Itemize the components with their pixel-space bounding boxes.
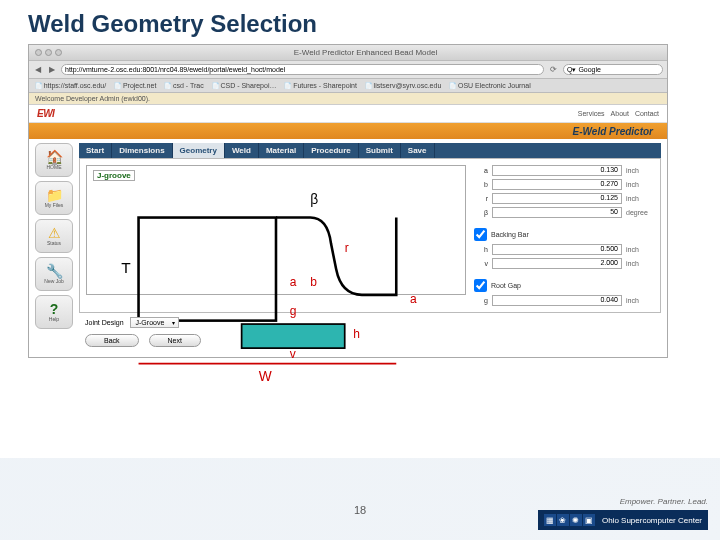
- page-number: 18: [354, 504, 366, 516]
- welcome-message: Welcome Developer Admin (ewid00).: [29, 93, 667, 105]
- bulb-icon: ✺: [570, 514, 582, 526]
- bookmark-link[interactable]: Futures - Sharepoint: [284, 82, 356, 89]
- display-icon: ▣: [583, 514, 595, 526]
- param-beta-input[interactable]: 50: [492, 207, 622, 218]
- home-icon: 🏠: [46, 150, 63, 164]
- geometry-panel: J-groove W T β r a b g h v: [79, 158, 661, 313]
- wrench-icon: 🔧: [46, 264, 63, 278]
- svg-text:β: β: [310, 192, 318, 207]
- question-icon: ?: [50, 302, 59, 316]
- help-button[interactable]: ?Help: [35, 295, 73, 329]
- bookmark-bar: https://staff.osc.edu/ Project.net csd -…: [29, 79, 667, 93]
- myfiles-button[interactable]: 📁My Files: [35, 181, 73, 215]
- tab-bar: Start Dimensions Geometry Weld Material …: [79, 143, 661, 158]
- folder-icon: 📁: [46, 188, 63, 202]
- jgroove-svg: W T β r a b g h v a: [87, 166, 465, 389]
- tab-material[interactable]: Material: [259, 143, 304, 158]
- bookmark-link[interactable]: CSD - Sharepoi…: [212, 82, 277, 89]
- groove-diagram: J-groove W T β r a b g h v: [86, 165, 466, 295]
- joint-design-select[interactable]: J-Groove: [130, 317, 180, 328]
- param-r-input[interactable]: 0.125: [492, 193, 622, 204]
- svg-rect-1: [242, 324, 345, 348]
- svg-text:a: a: [290, 275, 297, 289]
- window-titlebar: E-Weld Predictor Enhanced Bead Model: [29, 45, 667, 61]
- slide-title: Weld Geometry Selection: [0, 0, 720, 44]
- svg-text:b: b: [310, 275, 317, 289]
- svg-text:h: h: [353, 327, 360, 341]
- leaf-icon: ❀: [557, 514, 569, 526]
- svg-text:W: W: [259, 369, 272, 384]
- minimize-window-icon[interactable]: [45, 49, 52, 56]
- param-g-input[interactable]: 0.040: [492, 295, 622, 306]
- param-b-input[interactable]: 0.270: [492, 179, 622, 190]
- backing-bar-checkbox[interactable]: [474, 228, 487, 241]
- bookmark-link[interactable]: OSU Electronic Journal: [449, 82, 530, 89]
- tab-start[interactable]: Start: [79, 143, 112, 158]
- tab-procedure[interactable]: Procedure: [304, 143, 359, 158]
- root-gap-checkbox[interactable]: [474, 279, 487, 292]
- bookmark-link[interactable]: listserv@syrv.osc.edu: [365, 82, 441, 89]
- header-link[interactable]: Contact: [635, 110, 659, 117]
- bookmark-link[interactable]: https://staff.osc.edu/: [35, 82, 106, 89]
- param-v-input[interactable]: 2.000: [492, 258, 622, 269]
- back-icon[interactable]: ◀: [33, 65, 43, 74]
- svg-text:v: v: [290, 347, 296, 361]
- reload-icon[interactable]: ⟳: [548, 65, 559, 74]
- header-link[interactable]: About: [611, 110, 629, 117]
- status-button[interactable]: ⚠Status: [35, 219, 73, 253]
- address-bar-row: ◀ ▶ http://vmturne-2.osc.edu:8001/nrc04.…: [29, 61, 667, 79]
- tab-geometry[interactable]: Geometry: [173, 143, 225, 158]
- footer-tagline: Empower. Partner. Lead.: [538, 497, 708, 506]
- param-a-input[interactable]: 0.130: [492, 165, 622, 176]
- slide-footer: 18 Empower. Partner. Lead. ▦ ❀ ✺ ▣ Ohio …: [0, 458, 720, 540]
- browser-window: E-Weld Predictor Enhanced Bead Model ◀ ▶…: [28, 44, 668, 358]
- tab-dimensions[interactable]: Dimensions: [112, 143, 172, 158]
- parameter-list: a0.130inch b0.270inch r0.125inch β50degr…: [474, 165, 654, 306]
- browser-search-input[interactable]: Q▾ Google: [563, 64, 663, 75]
- window-title: E-Weld Predictor Enhanced Bead Model: [70, 48, 661, 57]
- warning-icon: ⚠: [48, 226, 61, 240]
- osc-logo: ▦ ❀ ✺ ▣ Ohio Supercomputer Center: [538, 510, 708, 530]
- app-title-bar: E-Weld Predictor: [29, 123, 667, 139]
- osc-name: Ohio Supercomputer Center: [599, 516, 702, 525]
- svg-text:a: a: [410, 292, 417, 306]
- param-h-input[interactable]: 0.500: [492, 244, 622, 255]
- sidebar: 🏠HOME 📁My Files ⚠Status 🔧New Job ?Help: [35, 143, 73, 347]
- site-header: EWI Services About Contact: [29, 105, 667, 123]
- forward-icon[interactable]: ▶: [47, 65, 57, 74]
- newjob-button[interactable]: 🔧New Job: [35, 257, 73, 291]
- address-input[interactable]: http://vmturne-2.osc.edu:8001/nrc04.89/e…: [61, 64, 544, 75]
- bookmark-link[interactable]: Project.net: [114, 82, 156, 89]
- svg-text:r: r: [345, 241, 349, 255]
- tab-submit[interactable]: Submit: [359, 143, 401, 158]
- svg-text:T: T: [121, 259, 131, 276]
- grid-icon: ▦: [544, 514, 556, 526]
- tab-weld[interactable]: Weld: [225, 143, 259, 158]
- close-window-icon[interactable]: [35, 49, 42, 56]
- header-link[interactable]: Services: [578, 110, 605, 117]
- ewi-logo: EWI: [37, 108, 54, 119]
- svg-text:g: g: [290, 304, 297, 318]
- tab-save[interactable]: Save: [401, 143, 435, 158]
- svg-rect-0: [139, 218, 276, 321]
- home-button[interactable]: 🏠HOME: [35, 143, 73, 177]
- app-title: E-Weld Predictor: [573, 126, 653, 137]
- bookmark-link[interactable]: csd - Trac: [164, 82, 203, 89]
- zoom-window-icon[interactable]: [55, 49, 62, 56]
